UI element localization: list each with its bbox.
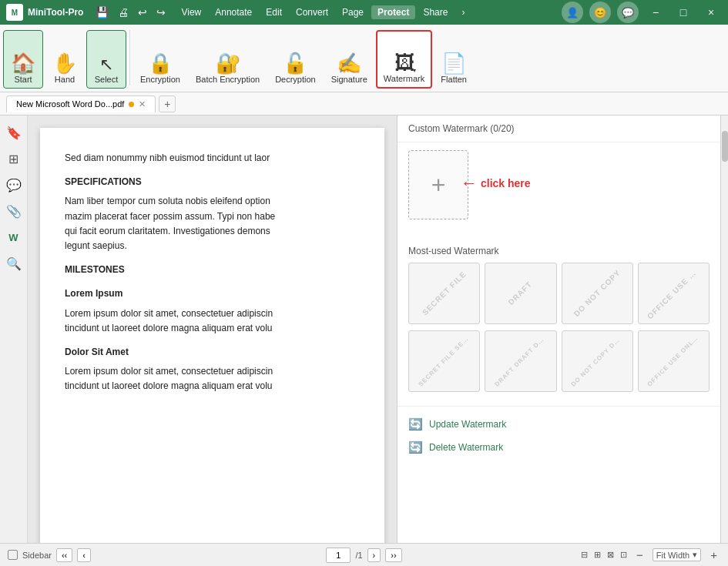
print-icon[interactable]: 🖨 (115, 5, 132, 20)
sidebar-label: Sidebar (22, 551, 52, 560)
encryption-label: Encryption (140, 75, 180, 85)
wm-do-not-copy[interactable]: DO NOT COPY (562, 263, 633, 324)
menu-protect[interactable]: Protect (371, 5, 415, 19)
menu-convert[interactable]: Convert (290, 5, 334, 19)
status-bar-left: Sidebar ‹‹ ‹ (8, 548, 320, 562)
avatar-icon[interactable]: 😊 (589, 2, 611, 23)
nav-last-page[interactable]: ›› (385, 548, 401, 562)
wm-do-not-copy-tiled[interactable]: DO NOT COPY DO NOT COPY (562, 330, 633, 392)
menu-more[interactable]: › (455, 5, 471, 19)
watermark-icon-wrap: 🖼 ▾ (394, 52, 414, 72)
maximize-button[interactable]: □ (673, 4, 694, 21)
menu-share[interactable]: Share (417, 5, 454, 19)
ribbon-decryption[interactable]: 🔓 Decryption (268, 30, 323, 89)
ribbon-encryption[interactable]: 🔒 Encryption (133, 30, 187, 89)
tab-label: New Microsoft Word Do...pdf (16, 99, 124, 109)
wm-secret-file[interactable]: SECRET FILE (408, 263, 480, 324)
pdf-milestones-title: MILESTONES (65, 263, 360, 277)
sidebar-toggle-checkbox[interactable] (8, 550, 18, 560)
update-watermark-button[interactable]: 🔄 Update Watermark (408, 413, 710, 436)
menu-view[interactable]: View (175, 5, 207, 19)
click-here-text: click here (481, 177, 531, 189)
menu-page[interactable]: Page (336, 5, 370, 19)
sidebar-search-icon[interactable]: 🔍 (3, 253, 25, 274)
zoom-out-button[interactable]: − (633, 548, 646, 561)
page-number-input[interactable] (326, 548, 351, 563)
sidebar-word-icon[interactable]: W (3, 226, 25, 248)
view-icon-3[interactable]: ⊠ (607, 550, 614, 560)
wm-draft[interactable]: DRAFT (485, 263, 556, 324)
click-here-indicator: ← click here (461, 173, 531, 193)
menu-edit[interactable]: Edit (260, 5, 288, 19)
wm-office-use-only-tiled[interactable]: OFFICE USE ONLY OFFICE (638, 330, 710, 392)
ribbon-watermark[interactable]: 🖼 ▾ Watermark (376, 30, 432, 89)
ribbon-batch-encryption[interactable]: 🔐 Batch Encryption (189, 30, 267, 89)
zoom-level-dropdown[interactable]: Fit Width ▾ (653, 548, 701, 561)
encryption-icon: 🔒 (148, 53, 173, 73)
add-watermark-button[interactable]: + (408, 150, 468, 219)
save-icon[interactable]: 💾 (92, 5, 112, 20)
zoom-level-value: Fit Width (656, 551, 689, 560)
menu-annotate[interactable]: Annotate (209, 5, 258, 19)
tab-add-button[interactable]: + (159, 95, 176, 112)
view-icon-2[interactable]: ⊞ (594, 550, 601, 560)
select-icon: ↖ (99, 56, 113, 73)
delete-watermark-icon: 🔄 (408, 440, 423, 454)
zoom-in-button[interactable]: + (707, 548, 720, 561)
menu-bar: View Annotate Edit Convert Page Protect … (175, 5, 562, 19)
tab-pdf[interactable]: New Microsoft Word Do...pdf ✕ (6, 95, 156, 112)
redo-icon[interactable]: ↪ (153, 5, 169, 20)
window-controls: 👤 😊 💬 − □ × (562, 2, 722, 23)
ribbon-select[interactable]: ↖ Select (86, 30, 126, 89)
update-watermark-icon: 🔄 (408, 417, 423, 431)
batch-encryption-label: Batch Encryption (196, 75, 260, 85)
wm-office-use-only[interactable]: OFFICE USE ONLY (638, 263, 710, 324)
view-icon-4[interactable]: ⊡ (620, 550, 627, 560)
custom-add-wrapper: + ← click here (408, 150, 710, 223)
pdf-page: Sed diam nonummy nibh euismod tincidunt … (40, 128, 384, 543)
sidebar-attachment-icon[interactable]: 📎 (3, 200, 25, 222)
watermark-label: Watermark (384, 74, 424, 84)
view-icon-1[interactable]: ⊟ (581, 550, 588, 560)
custom-watermark-title: Custom Watermark (0/20) (408, 123, 515, 134)
panel-header: Custom Watermark (0/20) (398, 116, 720, 142)
ribbon-signature[interactable]: ✍️ Signature (324, 30, 374, 89)
delete-watermark-button[interactable]: 🔄 Delete Watermark (408, 436, 710, 459)
flatten-label: Flatten (441, 75, 467, 85)
watermark-panel: Custom Watermark (0/20) + ← click here M… (397, 116, 720, 543)
quick-access-toolbar: 💾 🖨 ↩ ↪ (92, 5, 169, 20)
ribbon-hand[interactable]: ✋ Hand (45, 30, 85, 89)
pdf-content-area: Sed diam nonummy nibh euismod tincidunt … (28, 116, 397, 543)
nav-prev-page[interactable]: ‹ (77, 548, 91, 562)
tab-close-icon[interactable]: ✕ (139, 99, 146, 109)
pdf-dolor-title: Dolor Sit Amet (65, 345, 360, 360)
ribbon-flatten[interactable]: 📄 Flatten (434, 30, 474, 89)
sidebar-thumbnail-icon[interactable]: ⊞ (3, 148, 25, 169)
minimize-button[interactable]: − (645, 4, 666, 21)
nav-first-page[interactable]: ‹‹ (56, 548, 72, 562)
ribbon-start[interactable]: 🏠 Start (3, 30, 43, 89)
wm-secret-file-tiled[interactable]: SECRET FILE SECRET FILE SECRET (408, 330, 480, 392)
ribbon-divider-1 (129, 30, 130, 85)
watermark-dropdown-arrow: ▾ (413, 67, 416, 74)
chat-icon[interactable]: 💬 (617, 2, 639, 23)
scroll-thumb[interactable] (722, 131, 728, 162)
close-button[interactable]: × (700, 4, 722, 21)
nav-next-page[interactable]: › (367, 548, 381, 562)
signature-icon: ✍️ (337, 53, 361, 73)
undo-icon[interactable]: ↩ (135, 5, 150, 20)
add-plus-icon: + (431, 171, 446, 199)
user-icon[interactable]: 👤 (562, 2, 583, 23)
watermark-icon: 🖼 (394, 52, 414, 72)
sidebar-bookmark-icon[interactable]: 🔖 (3, 122, 25, 143)
tabs-bar: New Microsoft Word Do...pdf ✕ + (0, 92, 728, 116)
total-pages-label: /1 (355, 551, 362, 560)
sidebar-comment-icon[interactable]: 💬 (3, 174, 25, 196)
zoom-dropdown-arrow: ▾ (693, 550, 697, 560)
wm-draft-tiled[interactable]: DRAFT DRAFT DRAFT DRAFT (485, 330, 556, 392)
most-used-section: Most-used Watermark SECRET FILE DRAFT DO… (398, 238, 720, 406)
ribbon: 🏠 Start ✋ Hand ↖ Select 🔒 Encryption 🔐 B… (0, 25, 728, 92)
watermark-grid-tiled: SECRET FILE SECRET FILE SECRET DRAFT DRA… (408, 330, 710, 392)
status-bar-center: /1 › ›› (326, 548, 401, 563)
most-used-label: Most-used Watermark (408, 246, 710, 256)
